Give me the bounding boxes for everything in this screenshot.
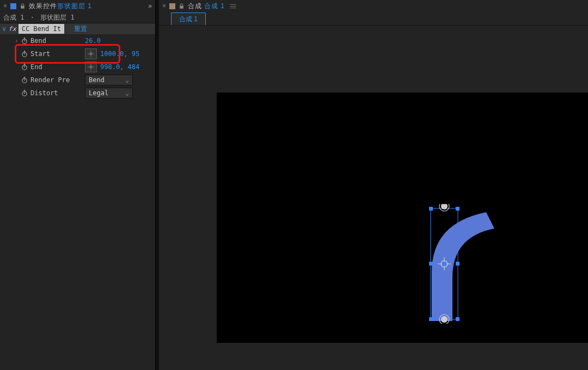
svg-rect-30: [456, 207, 460, 211]
stopwatch-icon[interactable]: [21, 76, 28, 84]
layer-color-swatch: [10, 3, 16, 9]
svg-point-42: [441, 316, 448, 323]
prop-distort-dropdown[interactable]: Legal ⌄: [85, 88, 133, 98]
lock-icon[interactable]: [20, 3, 26, 9]
twirl-icon[interactable]: ›: [15, 37, 19, 45]
prop-render-dropdown[interactable]: Bend ⌄: [85, 75, 133, 85]
comp-subtabs: 合成 1: [159, 12, 588, 26]
comp-subtab-active[interactable]: 合成 1: [171, 13, 206, 25]
point-picker-icon[interactable]: [85, 48, 97, 59]
prop-distort-row: Distort Legal ⌄: [0, 87, 155, 100]
selection-bounding-box[interactable]: [429, 204, 460, 324]
composition-tab-header: × 合成 合成 1: [159, 0, 588, 12]
stopwatch-icon[interactable]: [21, 89, 28, 97]
svg-rect-33: [429, 317, 433, 321]
svg-rect-23: [24, 90, 25, 91]
prop-render-label: Render Pre: [30, 76, 85, 84]
panel-overflow-icon[interactable]: »: [148, 2, 152, 10]
svg-rect-1: [24, 38, 25, 39]
anchor-point-icon[interactable]: [438, 257, 451, 270]
point-picker-icon[interactable]: [85, 61, 97, 72]
svg-rect-12: [24, 64, 25, 65]
effect-header[interactable]: ∨ fx CC Bend It 重置: [0, 23, 155, 34]
crumb-sep: ·: [30, 14, 34, 21]
stopwatch-icon[interactable]: [21, 50, 28, 58]
svg-rect-34: [456, 317, 460, 321]
prop-start-row: Start 1000.0, 95: [0, 47, 155, 60]
close-tab-icon[interactable]: ×: [3, 2, 7, 10]
dropdown-value: Legal: [89, 89, 108, 97]
prop-start-value[interactable]: 1000.0, 95: [100, 50, 139, 58]
prop-end-label: End: [30, 63, 85, 71]
effect-reset-link[interactable]: 重置: [74, 24, 87, 34]
svg-rect-26: [230, 6, 236, 7]
effect-twirl-icon[interactable]: ∨: [2, 25, 6, 33]
panel-title-comp[interactable]: 合成 1: [204, 2, 225, 11]
prop-start-label: Start: [30, 50, 85, 58]
svg-rect-31: [429, 262, 433, 266]
prop-bend-row: › Bend 26.0: [0, 34, 155, 47]
svg-rect-27: [230, 8, 236, 8]
lock-icon[interactable]: [179, 3, 185, 9]
composition-canvas[interactable]: [217, 92, 588, 343]
close-tab-icon[interactable]: ×: [162, 2, 166, 10]
svg-point-6: [90, 53, 92, 55]
prop-end-row: End 998.0, 484: [0, 60, 155, 73]
svg-rect-4: [24, 51, 25, 52]
crumb-layer[interactable]: 形状图层 1: [40, 14, 74, 21]
prop-bend-value[interactable]: 26.0: [85, 37, 101, 45]
effect-controls-tab-header: × 效果控件 形状图层 1 »: [0, 0, 155, 12]
svg-rect-32: [456, 262, 460, 266]
effect-controls-panel: × 效果控件 形状图层 1 » 合成 1 · 形状图层 1 ∨ fx CC Be…: [0, 0, 156, 370]
chevron-down-icon: ⌄: [125, 89, 129, 97]
panel-menu-icon[interactable]: [229, 3, 237, 9]
dropdown-value: Bend: [89, 76, 105, 84]
stopwatch-icon[interactable]: [21, 63, 28, 71]
stopwatch-icon[interactable]: [21, 37, 28, 45]
svg-rect-20: [24, 77, 25, 78]
prop-end-value[interactable]: 998.0, 484: [100, 63, 139, 71]
prop-bend-label: Bend: [30, 37, 85, 45]
svg-rect-29: [429, 207, 433, 211]
panel-title: 效果控件: [29, 2, 57, 11]
composition-panel: × 合成 合成 1 合成 1: [159, 0, 588, 370]
viewport[interactable]: [159, 27, 588, 370]
svg-point-14: [90, 66, 92, 68]
prop-render-row: Render Pre Bend ⌄: [0, 73, 155, 87]
fx-badge[interactable]: fx: [8, 25, 16, 33]
svg-rect-41: [442, 262, 446, 266]
effect-name[interactable]: CC Bend It: [19, 24, 64, 34]
panel-title: 合成: [188, 2, 202, 11]
svg-rect-25: [230, 4, 236, 4]
prop-distort-label: Distort: [30, 89, 85, 97]
comp-color-swatch: [169, 3, 175, 9]
chevron-down-icon: ⌄: [125, 76, 129, 84]
breadcrumb: 合成 1 · 形状图层 1: [0, 12, 155, 23]
panel-title-layer[interactable]: 形状图层 1: [57, 2, 92, 11]
crumb-comp[interactable]: 合成 1: [3, 14, 24, 21]
